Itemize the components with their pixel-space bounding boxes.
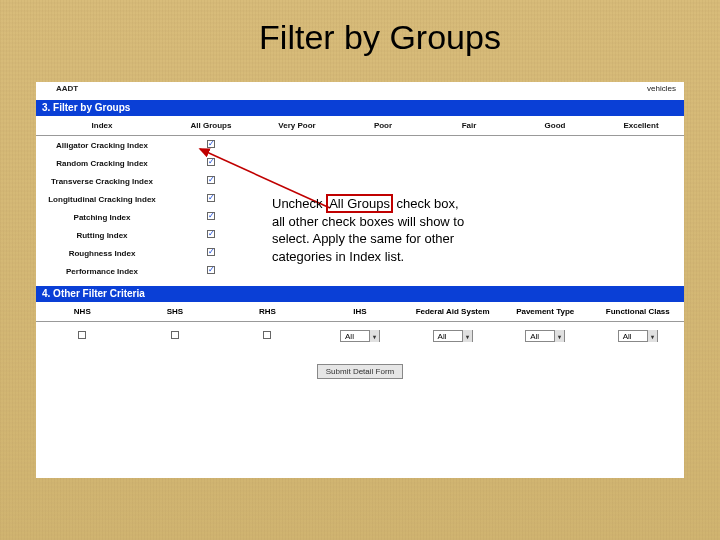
row-label: Alligator Cracking Index <box>36 141 168 150</box>
callout-pre: Uncheck <box>272 196 326 211</box>
row-label: Patching Index <box>36 213 168 222</box>
checkbox-allgroups[interactable] <box>207 176 215 184</box>
checkbox-rhs[interactable] <box>263 331 271 339</box>
row-label: Random Cracking Index <box>36 159 168 168</box>
section-3-bar: 3. Filter by Groups <box>36 100 684 116</box>
select-fas[interactable]: All ▾ <box>433 330 473 342</box>
header-verypoor: Very Poor <box>254 121 340 130</box>
row-label: Performance Index <box>36 267 168 276</box>
checkbox-allgroups[interactable] <box>207 266 215 274</box>
select-value: All <box>434 332 462 341</box>
chevron-down-icon: ▾ <box>554 330 564 342</box>
checkbox-shs[interactable] <box>171 331 179 339</box>
h-fc: Functional Class <box>591 307 684 316</box>
grid2-values: All ▾ All ▾ All ▾ All ▾ <box>36 322 684 350</box>
callout-highlight: All Groups <box>326 194 393 213</box>
checkbox-allgroups[interactable] <box>207 158 215 166</box>
annotation-callout: Uncheck All Groups check box, all other … <box>272 195 502 265</box>
select-ihs[interactable]: All ▾ <box>340 330 380 342</box>
checkbox-nhs[interactable] <box>78 331 86 339</box>
checkbox-allgroups[interactable] <box>207 212 215 220</box>
h-shs: SHS <box>129 307 222 316</box>
chevron-down-icon: ▾ <box>369 330 379 342</box>
h-nhs: NHS <box>36 307 129 316</box>
submit-wrap: Submit Detail Form <box>36 350 684 379</box>
h-rhs: RHS <box>221 307 314 316</box>
header-allgroups: All Groups <box>168 121 254 130</box>
select-fc[interactable]: All ▾ <box>618 330 658 342</box>
header-index: Index <box>36 121 168 130</box>
select-value: All <box>619 332 647 341</box>
checkbox-allgroups[interactable] <box>207 230 215 238</box>
header-fair: Fair <box>426 121 512 130</box>
row-label: Roughness Index <box>36 249 168 258</box>
header-good: Good <box>512 121 598 130</box>
chevron-down-icon: ▾ <box>462 330 472 342</box>
grid-row: Alligator Cracking Index <box>36 136 684 154</box>
select-value: All <box>341 332 369 341</box>
callout-line3: select. Apply the same for other <box>272 231 454 246</box>
h-fas: Federal Aid System <box>406 307 499 316</box>
row-label: Rutting Index <box>36 231 168 240</box>
header-excellent: Excellent <box>598 121 684 130</box>
header-poor: Poor <box>340 121 426 130</box>
grid2-header: NHS SHS RHS IHS Federal Aid System Pavem… <box>36 302 684 322</box>
checkbox-allgroups[interactable] <box>207 194 215 202</box>
slide-title: Filter by Groups <box>0 0 720 57</box>
grid-row: Random Cracking Index <box>36 154 684 172</box>
select-value: All <box>526 332 554 341</box>
h-ihs: IHS <box>314 307 407 316</box>
callout-line4: categories in Index list. <box>272 249 404 264</box>
cut-top-label: AADT <box>36 84 96 93</box>
chevron-down-icon: ▾ <box>647 330 657 342</box>
checkbox-allgroups[interactable] <box>207 140 215 148</box>
cut-top-row: AADT vehicles <box>36 82 684 100</box>
row-label: Longitudinal Cracking Index <box>36 195 168 204</box>
section-4-bar: 4. Other Filter Criteria <box>36 286 684 302</box>
other-criteria-grid: NHS SHS RHS IHS Federal Aid System Pavem… <box>36 302 684 350</box>
callout-line2: all other check boxes will show to <box>272 214 464 229</box>
row-label: Transverse Cracking Index <box>36 177 168 186</box>
screenshot-panel: AADT vehicles 3. Filter by Groups Index … <box>36 82 684 478</box>
submit-button[interactable]: Submit Detail Form <box>317 364 403 379</box>
checkbox-allgroups[interactable] <box>207 248 215 256</box>
select-pt[interactable]: All ▾ <box>525 330 565 342</box>
callout-post1: check box, <box>393 196 459 211</box>
h-pt: Pavement Type <box>499 307 592 316</box>
cut-top-right: vehicles <box>524 84 684 93</box>
grid-header-row: Index All Groups Very Poor Poor Fair Goo… <box>36 116 684 136</box>
grid-row: Transverse Cracking Index <box>36 172 684 190</box>
